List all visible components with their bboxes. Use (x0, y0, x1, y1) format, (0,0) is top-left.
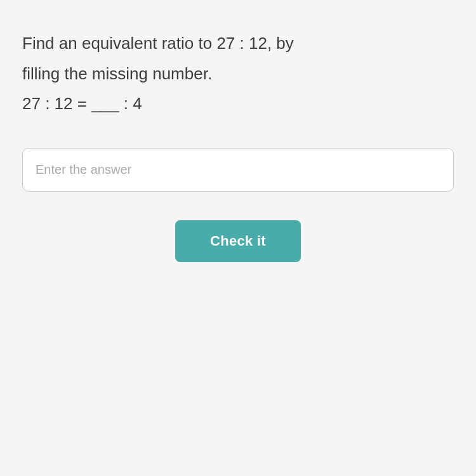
question-line1: Find an equivalent ratio to 27 : 12, by (22, 32, 454, 56)
check-it-button[interactable]: Check it (175, 220, 301, 262)
answer-input[interactable] (22, 148, 454, 192)
main-container: Find an equivalent ratio to 27 : 12, by … (0, 0, 476, 288)
question-line2: filling the missing number. (22, 62, 454, 86)
button-row: Check it (22, 220, 454, 262)
equation-text: 27 : 12 = ___ : 4 (22, 92, 454, 116)
